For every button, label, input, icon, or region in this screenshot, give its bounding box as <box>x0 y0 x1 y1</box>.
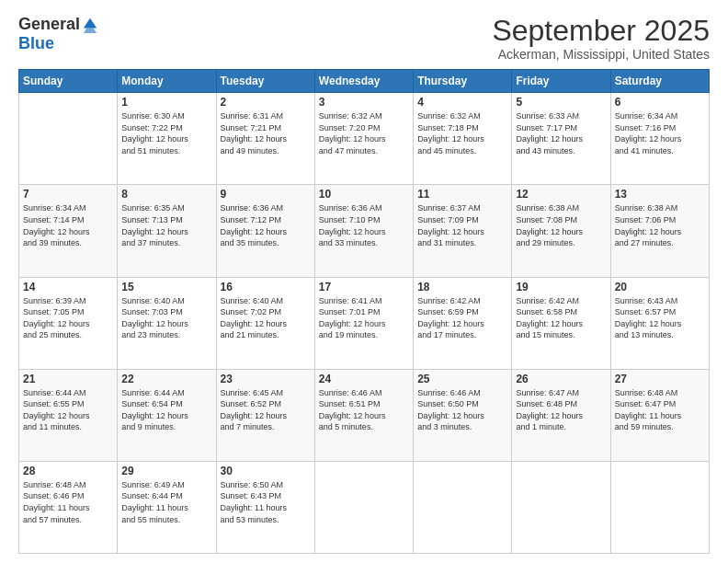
day-number: 4 <box>417 96 507 109</box>
table-row: 8Sunrise: 6:35 AM Sunset: 7:13 PM Daylig… <box>118 185 216 277</box>
day-number: 20 <box>615 281 705 293</box>
table-row: 9Sunrise: 6:36 AM Sunset: 7:12 PM Daylig… <box>216 185 314 277</box>
table-row: 24Sunrise: 6:46 AM Sunset: 6:51 PM Dayli… <box>314 369 413 461</box>
table-row <box>414 461 512 553</box>
day-info: Sunrise: 6:44 AM Sunset: 6:55 PM Dayligh… <box>23 387 113 433</box>
header: General Blue September 2025 Ackerman, Mi… <box>18 15 710 62</box>
day-number: 26 <box>516 373 606 385</box>
day-info: Sunrise: 6:48 AM Sunset: 6:47 PM Dayligh… <box>615 387 705 433</box>
table-row: 28Sunrise: 6:48 AM Sunset: 6:46 PM Dayli… <box>19 461 118 553</box>
table-row: 7Sunrise: 6:34 AM Sunset: 7:14 PM Daylig… <box>19 185 118 277</box>
day-number: 11 <box>417 188 507 201</box>
table-row: 13Sunrise: 6:38 AM Sunset: 7:06 PM Dayli… <box>610 185 709 277</box>
day-number: 12 <box>516 188 606 201</box>
svg-marker-0 <box>84 17 97 28</box>
table-row: 27Sunrise: 6:48 AM Sunset: 6:47 PM Dayli… <box>610 369 709 461</box>
day-info: Sunrise: 6:46 AM Sunset: 6:50 PM Dayligh… <box>417 387 507 433</box>
table-row <box>19 93 118 185</box>
day-info: Sunrise: 6:50 AM Sunset: 6:43 PM Dayligh… <box>221 479 311 525</box>
calendar-week-row: 7Sunrise: 6:34 AM Sunset: 7:14 PM Daylig… <box>19 185 710 277</box>
day-number: 21 <box>23 373 113 385</box>
day-info: Sunrise: 6:41 AM Sunset: 7:01 PM Dayligh… <box>319 295 409 341</box>
calendar-table: Sunday Monday Tuesday Wednesday Thursday… <box>18 69 710 554</box>
day-number: 30 <box>221 465 311 477</box>
header-wednesday: Wednesday <box>314 70 413 93</box>
day-number: 24 <box>319 373 409 385</box>
day-info: Sunrise: 6:48 AM Sunset: 6:46 PM Dayligh… <box>23 479 113 525</box>
table-row: 6Sunrise: 6:34 AM Sunset: 7:16 PM Daylig… <box>610 93 709 185</box>
day-info: Sunrise: 6:30 AM Sunset: 7:22 PM Dayligh… <box>121 110 211 156</box>
table-row: 16Sunrise: 6:40 AM Sunset: 7:02 PM Dayli… <box>216 277 314 369</box>
table-row: 11Sunrise: 6:37 AM Sunset: 7:09 PM Dayli… <box>414 185 512 277</box>
table-row: 29Sunrise: 6:49 AM Sunset: 6:44 PM Dayli… <box>118 461 216 553</box>
day-number: 16 <box>221 281 311 293</box>
table-row <box>314 461 413 553</box>
header-friday: Friday <box>512 70 610 93</box>
day-info: Sunrise: 6:40 AM Sunset: 7:02 PM Dayligh… <box>221 295 311 341</box>
day-info: Sunrise: 6:36 AM Sunset: 7:10 PM Dayligh… <box>319 202 409 248</box>
day-number: 18 <box>417 281 507 293</box>
table-row <box>512 461 610 553</box>
table-row: 17Sunrise: 6:41 AM Sunset: 7:01 PM Dayli… <box>314 277 413 369</box>
day-number: 22 <box>121 373 211 385</box>
day-number: 5 <box>516 96 606 109</box>
table-row: 26Sunrise: 6:47 AM Sunset: 6:48 PM Dayli… <box>512 369 610 461</box>
day-info: Sunrise: 6:33 AM Sunset: 7:17 PM Dayligh… <box>516 110 606 156</box>
day-number: 6 <box>615 96 705 109</box>
day-number: 25 <box>417 373 507 385</box>
location: Ackerman, Mississippi, United States <box>492 47 710 62</box>
day-number: 3 <box>319 96 409 109</box>
title-section: September 2025 Ackerman, Mississippi, Un… <box>492 15 710 62</box>
day-info: Sunrise: 6:38 AM Sunset: 7:06 PM Dayligh… <box>615 202 705 248</box>
day-number: 28 <box>23 465 113 477</box>
header-sunday: Sunday <box>19 70 118 93</box>
day-number: 19 <box>516 281 606 293</box>
day-number: 9 <box>221 188 311 201</box>
day-info: Sunrise: 6:32 AM Sunset: 7:18 PM Dayligh… <box>417 110 507 156</box>
day-info: Sunrise: 6:42 AM Sunset: 6:59 PM Dayligh… <box>417 295 507 341</box>
svg-marker-1 <box>84 28 97 32</box>
day-info: Sunrise: 6:45 AM Sunset: 6:52 PM Dayligh… <box>221 387 311 433</box>
day-info: Sunrise: 6:36 AM Sunset: 7:12 PM Dayligh… <box>221 202 311 248</box>
logo-general-text: General <box>18 15 80 34</box>
table-row: 1Sunrise: 6:30 AM Sunset: 7:22 PM Daylig… <box>118 93 216 185</box>
header-tuesday: Tuesday <box>216 70 314 93</box>
table-row: 18Sunrise: 6:42 AM Sunset: 6:59 PM Dayli… <box>414 277 512 369</box>
logo-blue-text: Blue <box>18 34 54 52</box>
logo: General Blue <box>18 15 98 53</box>
header-saturday: Saturday <box>610 70 709 93</box>
table-row: 20Sunrise: 6:43 AM Sunset: 6:57 PM Dayli… <box>610 277 709 369</box>
day-number: 1 <box>121 96 211 109</box>
day-number: 23 <box>221 373 311 385</box>
day-number: 2 <box>221 96 311 109</box>
table-row: 21Sunrise: 6:44 AM Sunset: 6:55 PM Dayli… <box>19 369 118 461</box>
month-title: September 2025 <box>492 15 710 47</box>
calendar-week-row: 21Sunrise: 6:44 AM Sunset: 6:55 PM Dayli… <box>19 369 710 461</box>
table-row: 23Sunrise: 6:45 AM Sunset: 6:52 PM Dayli… <box>216 369 314 461</box>
table-row: 3Sunrise: 6:32 AM Sunset: 7:20 PM Daylig… <box>314 93 413 185</box>
day-number: 13 <box>615 188 705 201</box>
day-number: 7 <box>23 188 113 201</box>
day-number: 14 <box>23 281 113 293</box>
day-info: Sunrise: 6:42 AM Sunset: 6:58 PM Dayligh… <box>516 295 606 341</box>
table-row: 19Sunrise: 6:42 AM Sunset: 6:58 PM Dayli… <box>512 277 610 369</box>
day-number: 27 <box>615 373 705 385</box>
day-info: Sunrise: 6:34 AM Sunset: 7:16 PM Dayligh… <box>615 110 705 156</box>
table-row: 5Sunrise: 6:33 AM Sunset: 7:17 PM Daylig… <box>512 93 610 185</box>
day-info: Sunrise: 6:37 AM Sunset: 7:09 PM Dayligh… <box>417 202 507 248</box>
table-row: 2Sunrise: 6:31 AM Sunset: 7:21 PM Daylig… <box>216 93 314 185</box>
day-info: Sunrise: 6:35 AM Sunset: 7:13 PM Dayligh… <box>121 202 211 248</box>
table-row: 15Sunrise: 6:40 AM Sunset: 7:03 PM Dayli… <box>118 277 216 369</box>
calendar-week-row: 1Sunrise: 6:30 AM Sunset: 7:22 PM Daylig… <box>19 93 710 185</box>
table-row: 25Sunrise: 6:46 AM Sunset: 6:50 PM Dayli… <box>414 369 512 461</box>
table-row: 4Sunrise: 6:32 AM Sunset: 7:18 PM Daylig… <box>414 93 512 185</box>
table-row: 30Sunrise: 6:50 AM Sunset: 6:43 PM Dayli… <box>216 461 314 553</box>
table-row: 12Sunrise: 6:38 AM Sunset: 7:08 PM Dayli… <box>512 185 610 277</box>
day-info: Sunrise: 6:44 AM Sunset: 6:54 PM Dayligh… <box>121 387 211 433</box>
day-info: Sunrise: 6:46 AM Sunset: 6:51 PM Dayligh… <box>319 387 409 433</box>
day-number: 15 <box>121 281 211 293</box>
logo-icon <box>82 17 98 33</box>
page: General Blue September 2025 Ackerman, Mi… <box>0 0 728 563</box>
calendar-week-row: 14Sunrise: 6:39 AM Sunset: 7:05 PM Dayli… <box>19 277 710 369</box>
day-number: 29 <box>121 465 211 477</box>
